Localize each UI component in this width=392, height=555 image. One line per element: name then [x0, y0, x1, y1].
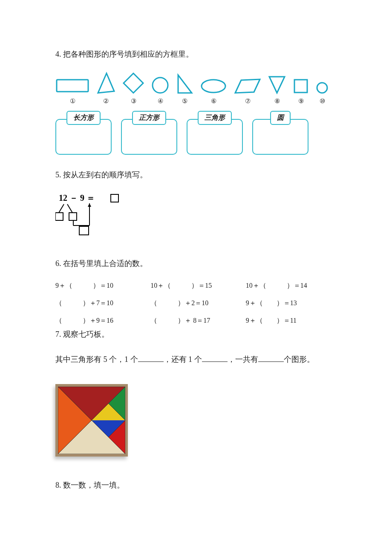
svg-line-12 [59, 204, 64, 213]
q8-prompt: 8. 数一数，填一填。 [55, 478, 337, 492]
q6-r3c3[interactable]: 9＋（ ）＝11 [246, 316, 337, 325]
q7-sentence: 其中三角形有 5 个，1 个，还有 1 个，一共有个图形。 [55, 352, 337, 367]
svg-point-5 [202, 80, 225, 92]
svg-rect-21 [79, 226, 89, 235]
q4-box-rectangle: 长方形 [55, 111, 112, 155]
q7-blank-1[interactable] [138, 354, 164, 362]
q6-r3c1[interactable]: （ ）＋9＝16 [55, 316, 146, 325]
q6-prompt: 6. 在括号里填上合适的数。 [55, 256, 337, 271]
square-icon [292, 78, 309, 95]
q7-mid2: ，一共有 [228, 355, 258, 364]
svg-rect-11 [111, 194, 118, 202]
q4-shape-7: ⑦ [233, 78, 262, 105]
q4-boxes-row: 长方形 正方形 三角形 圆 [55, 111, 337, 155]
tangram-figure [55, 384, 128, 457]
q4-box-square: 正方形 [121, 111, 177, 155]
q4-shape-4: ④ [151, 76, 170, 105]
q4-box-label-2: 正方形 [132, 111, 166, 125]
q4-label-3: ③ [131, 97, 136, 105]
q4-label-10: ⑩ [320, 97, 325, 105]
q4-shape-2: ② [95, 72, 116, 105]
q4-label-5: ⑤ [182, 97, 187, 105]
q4-box-label-1: 长方形 [66, 111, 101, 125]
q4-box-circle: 圆 [252, 111, 308, 155]
q4-shape-6: ⑥ [199, 78, 228, 105]
q4-shapes-row: ① ② ③ ④ ⑤ [55, 72, 337, 105]
right-triangle-icon [176, 73, 193, 95]
svg-marker-2 [124, 73, 143, 93]
q4-label-6: ⑥ [211, 97, 216, 105]
q6-r3c2[interactable]: （ ）＋ 8＝17 [150, 316, 241, 325]
circle-icon [151, 76, 170, 95]
diamond-square-icon [122, 72, 145, 95]
inverted-triangle-icon [268, 74, 286, 95]
worksheet-page: 4. 把各种图形的序号填到相应的方框里。 ① ② ③ [0, 0, 392, 528]
q4-label-7: ⑦ [245, 97, 251, 105]
q7-blank-3[interactable] [258, 354, 284, 362]
svg-point-9 [317, 83, 327, 93]
triangle-icon [95, 72, 116, 95]
q4-box-label-3: 三角形 [198, 111, 232, 125]
q4-box-label-4: 圆 [270, 111, 291, 125]
q6-grid: 9＋（ ）＝10 10＋（ ）＝15 10＋（ ）＝14 （ ）＋7＝10 （ … [55, 281, 337, 325]
q4-prompt: 4. 把各种图形的序号填到相应的方框里。 [55, 47, 337, 61]
svg-rect-14 [55, 213, 63, 220]
q4-label-1: ① [70, 97, 75, 105]
q5-svg: 12 － 9 ＝ [55, 192, 136, 239]
q6-r1c2[interactable]: 10＋（ ）＝15 [150, 281, 241, 290]
q6-r2c3[interactable]: 9＋（ ）＝13 [246, 299, 337, 308]
q4-shape-1: ① [55, 78, 89, 105]
q4-shape-3: ③ [122, 72, 145, 105]
rectangle-icon [55, 78, 89, 95]
q5-prompt: 5. 按从左到右的顺序填写。 [55, 168, 337, 182]
svg-rect-0 [57, 80, 88, 92]
parallelogram-icon [233, 78, 262, 95]
svg-marker-6 [235, 79, 260, 93]
svg-text:12 － 9 ＝: 12 － 9 ＝ [59, 193, 95, 202]
q4-shape-8: ⑧ [268, 74, 286, 105]
q4-label-8: ⑧ [274, 97, 280, 105]
q6-r1c1[interactable]: 9＋（ ）＝10 [55, 281, 146, 290]
q4-shape-5: ⑤ [176, 73, 193, 105]
q7-post: 个图形。 [284, 355, 314, 364]
q6-r2c1[interactable]: （ ）＋7＝10 [55, 299, 146, 308]
q4-label-4: ④ [158, 97, 163, 105]
q7-mid1: ，还有 1 个 [164, 355, 202, 364]
tangram-svg [58, 387, 125, 454]
q4-box-triangle: 三角形 [187, 111, 243, 155]
svg-marker-4 [178, 75, 192, 93]
q6-r1c3[interactable]: 10＋（ ）＝14 [246, 281, 337, 290]
q4-label-9: ⑨ [298, 97, 304, 105]
svg-marker-7 [269, 77, 285, 93]
q6-r2c2[interactable]: （ ）＋2＝10 [150, 299, 241, 308]
svg-rect-8 [294, 80, 307, 92]
svg-marker-1 [98, 73, 114, 93]
ellipse-icon [199, 78, 228, 95]
q7-blank-2[interactable] [202, 354, 228, 362]
small-circle-icon [315, 81, 329, 95]
svg-marker-20 [88, 203, 91, 207]
q4-shape-9: ⑨ [292, 78, 309, 105]
q7-prompt: 7. 观察七巧板。 [55, 327, 337, 341]
q4-shape-10: ⑩ [315, 81, 329, 105]
q4-label-2: ② [103, 97, 109, 105]
q7-pre: 其中三角形有 5 个，1 个 [55, 355, 138, 364]
svg-rect-15 [69, 213, 77, 220]
svg-point-3 [153, 78, 168, 93]
q5-diagram: 12 － 9 ＝ [55, 192, 337, 241]
svg-line-13 [67, 204, 72, 213]
